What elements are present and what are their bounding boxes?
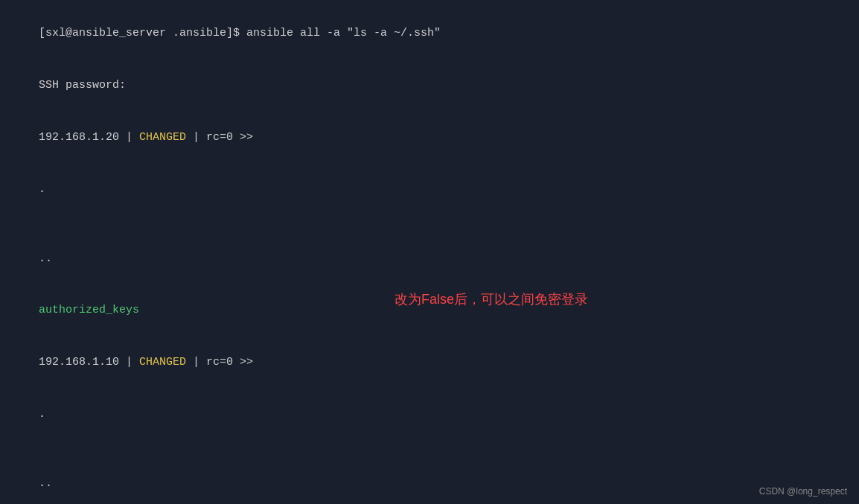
ip-2: 192.168.1.10 | [39, 356, 139, 369]
terminal-line-4: . [12, 163, 847, 215]
changed-1: CHANGED [139, 131, 186, 144]
terminal-window: [sxl@ansible_server .ansible]$ ansible a… [0, 0, 859, 504]
prompt-1: [sxl@ansible_server .ansible]$ [39, 27, 246, 39]
terminal-line-1: [sxl@ansible_server .ansible]$ ansible a… [12, 7, 847, 60]
rc-1: | rc=0 >> [186, 131, 253, 144]
rc-2: | rc=0 >> [186, 356, 253, 369]
terminal-line-5 [12, 215, 847, 232]
watermark: CSDN @long_respect [759, 486, 847, 497]
annotation-text: 改为False后，可以之间免密登录 [395, 290, 588, 308]
ssh-password: SSH password: [39, 79, 132, 92]
terminal-line-3: 192.168.1.20 | CHANGED | rc=0 >> [12, 112, 847, 164]
terminal-line-2: SSH password: [12, 60, 847, 112]
auth-keys-1: authorized_keys [39, 304, 139, 316]
terminal-line-9: . [12, 389, 847, 441]
ip-1: 192.168.1.20 | [39, 131, 139, 144]
terminal-line-6: .. [12, 232, 847, 284]
dot-1: . [39, 183, 45, 196]
dotdot-1: .. [39, 252, 52, 265]
dot-2: . [39, 408, 45, 421]
terminal-line-8: 192.168.1.10 | CHANGED | rc=0 >> [12, 336, 847, 389]
terminal-line-10 [12, 440, 847, 457]
cmd-1: ansible all -a "ls -a ~/.ssh" [246, 27, 441, 39]
terminal-line-11: .. [12, 458, 847, 505]
dotdot-2: .. [39, 477, 52, 490]
changed-2: CHANGED [139, 356, 186, 369]
